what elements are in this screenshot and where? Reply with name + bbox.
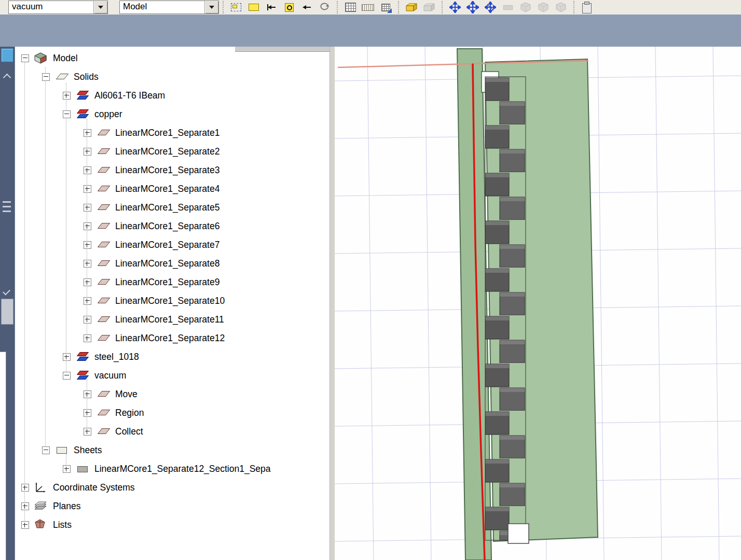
tree-item[interactable]: copper (15, 105, 330, 123)
tree-item[interactable]: Collect (15, 422, 330, 441)
tree-expander-plus[interactable] (84, 278, 91, 286)
sheet-icon (54, 444, 69, 456)
tree-item[interactable]: Planes (15, 497, 330, 515)
box-draw-button[interactable] (404, 1, 419, 14)
tree-expander-plus[interactable] (84, 316, 91, 324)
tree-item[interactable]: LinearMCore1_Separate5 (15, 198, 330, 217)
tree-expander-plus[interactable] (84, 204, 91, 212)
core-stack[interactable] (485, 77, 526, 540)
tree-item[interactable]: steel_1018 (15, 347, 330, 366)
tree-expander-plus[interactable] (84, 166, 91, 174)
view-combobox[interactable]: Model (119, 1, 219, 14)
move-tool-button[interactable] (447, 1, 463, 14)
tree-item[interactable]: Al6061-T6 IBeam (15, 86, 330, 105)
tree-expander-plus[interactable] (84, 129, 91, 137)
tree-item[interactable]: Model (15, 49, 330, 67)
move-left-button[interactable] (299, 1, 314, 14)
modeler-canvas[interactable] (335, 47, 741, 560)
tree-item[interactable]: vacuum (15, 366, 330, 385)
rotate-icon (319, 3, 330, 12)
tree-expander-minus[interactable] (42, 73, 50, 81)
tree-expander-plus[interactable] (21, 502, 29, 510)
combo-dropdown-arrow[interactable] (93, 1, 107, 13)
collapse-up-icon[interactable] (3, 74, 11, 82)
solids-icon (54, 71, 69, 82)
solid-parallelogram-icon (96, 146, 111, 157)
center-snap-button[interactable] (281, 1, 297, 14)
solid-parallelogram-icon (96, 314, 111, 325)
tree-expander-plus[interactable] (21, 484, 29, 492)
viewport-3d[interactable] (335, 47, 741, 560)
disabled-tool-button[interactable] (500, 1, 516, 14)
tree-expander-plus[interactable] (84, 185, 91, 193)
tree-expander-plus[interactable] (84, 222, 91, 230)
tree-item[interactable]: LinearMCore1_Separate2 (15, 142, 330, 161)
material-stack-icon (75, 90, 90, 101)
tree-expander-plus[interactable] (84, 428, 91, 436)
align-min-button[interactable] (264, 1, 279, 14)
tree-item[interactable]: Lists (15, 515, 330, 534)
solid-parallelogram-icon (96, 276, 111, 288)
tree-expander-plus[interactable] (21, 521, 29, 529)
tree-expander-plus[interactable] (84, 409, 91, 417)
rotate-button[interactable] (317, 1, 332, 14)
dock-panel-icon[interactable] (1, 299, 13, 325)
tree-item[interactable]: LinearMCore1_Separate1 (15, 123, 330, 142)
open-box-gray-icon (423, 3, 435, 12)
tree-item[interactable]: Solids (15, 67, 330, 86)
transform-tool-button[interactable] (483, 1, 498, 14)
tree-item[interactable]: LinearMCore1_Separate10 (15, 291, 330, 310)
tree-item[interactable]: Sheets (15, 441, 330, 459)
solid-tool-3-button[interactable] (553, 1, 569, 14)
tree-item[interactable]: LinearMCore1_Separate4 (15, 179, 330, 198)
tree-expander-plus[interactable] (63, 353, 71, 361)
header-band (0, 15, 741, 47)
tree-item[interactable]: Coordinate Systems (15, 478, 330, 497)
tree-expander-plus[interactable] (84, 148, 91, 156)
tree-expander-plus[interactable] (84, 297, 91, 305)
tree-item-label: LinearMCore1_Separate11 (115, 314, 224, 325)
tree-expander-plus[interactable] (84, 260, 91, 268)
tree-expander-plus[interactable] (84, 334, 91, 342)
menu-lines-icon[interactable] (3, 201, 11, 215)
snap-settings-button[interactable] (378, 1, 393, 14)
model-3d-icon (34, 52, 48, 64)
disabled-bar-icon (503, 5, 513, 10)
dock-blue-tab-icon[interactable] (1, 48, 13, 62)
tree-expander-plus[interactable] (84, 241, 91, 249)
tree-expander-minus[interactable] (42, 446, 50, 454)
material-stack-icon (75, 351, 90, 362)
tree-item[interactable]: LinearMCore1_Separate11 (15, 310, 330, 329)
tree-item[interactable]: Move (15, 385, 330, 403)
tree-item[interactable]: LinearMCore1_Separate7 (15, 235, 330, 254)
tree-item[interactable]: LinearMCore1_Separate3 (15, 161, 330, 179)
tree-item[interactable]: LinearMCore1_Separate6 (15, 217, 330, 235)
tree-item[interactable]: LinearMCore1_Separate12_Section1_Sepa (15, 459, 330, 478)
check-icon (3, 288, 10, 296)
grid-toggle-button[interactable] (342, 1, 358, 14)
tree-item-label: LinearMCore1_Separate7 (115, 240, 219, 250)
tree-expander-minus[interactable] (63, 110, 71, 118)
tree-expander-minus[interactable] (21, 54, 29, 62)
tree-expander-plus[interactable] (63, 465, 71, 473)
tree-item[interactable]: LinearMCore1_Separate9 (15, 273, 330, 291)
tree-expander-plus[interactable] (63, 92, 71, 100)
draw-rectangle-button[interactable] (246, 1, 262, 14)
tree-expander-plus[interactable] (84, 390, 91, 398)
solid-parallelogram-icon (96, 220, 111, 232)
combo-dropdown-arrow[interactable] (204, 1, 218, 13)
draw-rectangle-icon (249, 4, 259, 11)
tree-expander-minus[interactable] (63, 372, 71, 380)
solid-tool-2-button[interactable] (536, 1, 551, 14)
tree-item[interactable]: LinearMCore1_Separate8 (15, 254, 330, 273)
material-combobox[interactable]: vacuum (8, 1, 108, 14)
tree-item[interactable]: Region (15, 403, 330, 422)
solid-tool-1-button[interactable] (518, 1, 533, 14)
ruler-button[interactable] (360, 1, 376, 14)
tree-item[interactable]: LinearMCore1_Separate12 (15, 329, 330, 347)
clipboard-button[interactable] (579, 1, 595, 14)
solid-parallelogram-icon (96, 388, 111, 400)
box-disabled-button[interactable] (421, 1, 437, 14)
select-mode-button[interactable] (228, 1, 244, 14)
pan-tool-button[interactable] (465, 1, 481, 14)
